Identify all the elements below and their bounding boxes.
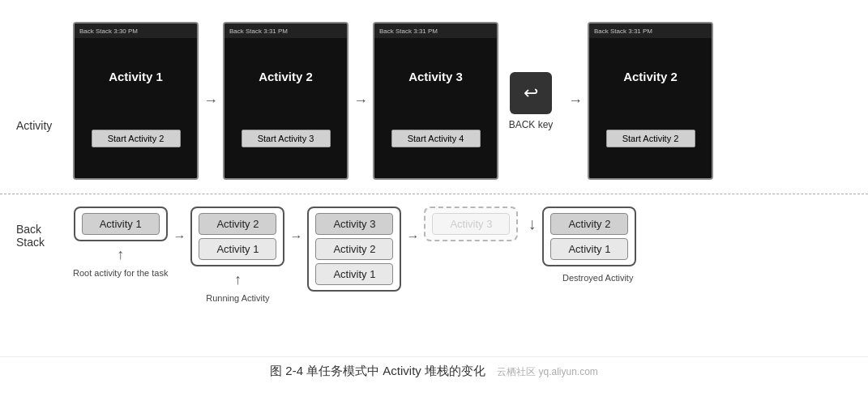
stack-box-2: Activity 2 Activity 1 xyxy=(190,207,284,266)
stack-item-4-1: Activity 2 xyxy=(550,213,628,235)
back-stack-label: Back Stack xyxy=(16,207,73,249)
caption-text: 图 2-4 单任务模式中 Activity 堆栈的变化 xyxy=(270,364,485,377)
phone-screen-1: Back Stack 3:30 PM Activity 1 Start Acti… xyxy=(73,22,199,180)
stack-sublabel-2: Running Activity xyxy=(206,293,269,303)
stack-sublabel-1: Root activity for the task xyxy=(73,268,168,278)
main-container: Activity Back Stack 3:30 PM Activity 1 S… xyxy=(0,0,868,390)
stack-item-3-2: Activity 2 xyxy=(315,238,393,260)
back-key-label: BACK key xyxy=(509,119,554,130)
status-bar-2: Back Stack 3:31 PM xyxy=(224,23,347,38)
bottom-section: Back Stack Activity 1 Root activity for … xyxy=(0,194,868,356)
status-text-2: Back Stack 3:31 PM xyxy=(229,28,288,35)
screen-title-1: Activity 1 xyxy=(109,70,163,83)
stack-item-destroyed: Activity 3 xyxy=(432,213,510,235)
back-key-button: ↩ xyxy=(510,72,552,114)
stack-item-2-1: Activity 2 xyxy=(199,213,276,235)
stacks-row: Activity 1 Root activity for the task Ac… xyxy=(73,207,852,303)
screen-button-1: Start Activity 2 xyxy=(92,130,181,147)
phone-screen-3: Back Stack 3:31 PM Activity 3 Start Acti… xyxy=(373,22,498,180)
caption-section: 图 2-4 单任务模式中 Activity 堆栈的变化 云栖社区 yq.aliy… xyxy=(0,356,868,382)
stack-box-4: Activity 2 Activity 1 xyxy=(542,207,636,266)
status-text-4: Back Stack 3:31 PM xyxy=(594,28,652,35)
status-bar-1: Back Stack 3:30 PM xyxy=(75,23,197,38)
stack-item-4-2: Activity 1 xyxy=(550,238,628,260)
arrow-2-3 xyxy=(348,92,373,109)
stack-box-3: Activity 3 Activity 2 Activity 1 xyxy=(307,207,401,292)
stack-item-1-1: Activity 1 xyxy=(82,213,160,235)
destroyed-sublabel: Destroyed Activity xyxy=(562,273,633,283)
stack-item-2-2: Activity 1 xyxy=(199,238,276,260)
stack-group-2: Activity 2 Activity 1 Running Activity xyxy=(190,207,284,303)
screen-button-4: Start Activity 2 xyxy=(606,130,695,147)
phone-body-1: Activity 1 Start Activity 2 xyxy=(75,38,197,178)
stack-group-4: Activity 3 ↓ Activity 2 Activity 1 Des xyxy=(424,207,636,283)
activity-label: Activity xyxy=(16,70,73,132)
phone-screens-row: Back Stack 3:30 PM Activity 1 Start Acti… xyxy=(73,22,852,180)
stack-group-1: Activity 1 Root activity for the task xyxy=(73,207,168,278)
connector-2-3 xyxy=(284,207,307,244)
connector-3-4 xyxy=(401,207,424,244)
phone-body-4: Activity 2 Start Activity 2 xyxy=(589,38,712,178)
screen-title-4: Activity 2 xyxy=(623,70,678,83)
screen-button-3: Start Activity 4 xyxy=(391,130,481,147)
destroyed-wrapper: Activity 3 ↓ Activity 2 Activity 1 xyxy=(424,207,636,266)
top-section: Activity Back Stack 3:30 PM Activity 1 S… xyxy=(0,8,868,194)
stack-arrow-2 xyxy=(234,271,242,288)
phone-body-3: Activity 3 Start Activity 4 xyxy=(374,38,497,178)
status-text-1: Back Stack 3:30 PM xyxy=(79,28,138,35)
status-text-3: Back Stack 3:31 PM xyxy=(379,28,438,35)
back-arrow-icon: ↩ xyxy=(524,83,538,104)
connector-1-2 xyxy=(168,207,190,244)
stack-group-3: Activity 3 Activity 2 Activity 1 xyxy=(307,207,401,296)
stack-box-1: Activity 1 xyxy=(74,207,168,241)
stack-arrow-1 xyxy=(117,246,124,263)
phone-screen-4: Back Stack 3:31 PM Activity 2 Start Acti… xyxy=(588,22,713,180)
arrow-back-4 xyxy=(563,92,588,109)
stack-item-3-1: Activity 3 xyxy=(315,213,393,235)
watermark-text: 云栖社区 yq.aliyun.com xyxy=(497,366,598,377)
back-key-container: ↩ BACK key xyxy=(498,72,563,130)
screen-title-3: Activity 3 xyxy=(408,70,463,83)
arrow-1-2 xyxy=(199,92,223,109)
stack-item-3-3: Activity 1 xyxy=(315,263,393,285)
stack-box-destroyed: Activity 3 xyxy=(424,207,518,241)
status-bar-4: Back Stack 3:31 PM xyxy=(589,23,712,38)
phone-body-2: Activity 2 Start Activity 3 xyxy=(224,38,347,178)
screen-button-2: Start Activity 3 xyxy=(242,130,331,147)
screen-title-2: Activity 2 xyxy=(259,70,313,83)
status-bar-3: Back Stack 3:31 PM xyxy=(374,23,497,38)
phone-screen-2: Back Stack 3:31 PM Activity 2 Start Acti… xyxy=(223,22,348,180)
